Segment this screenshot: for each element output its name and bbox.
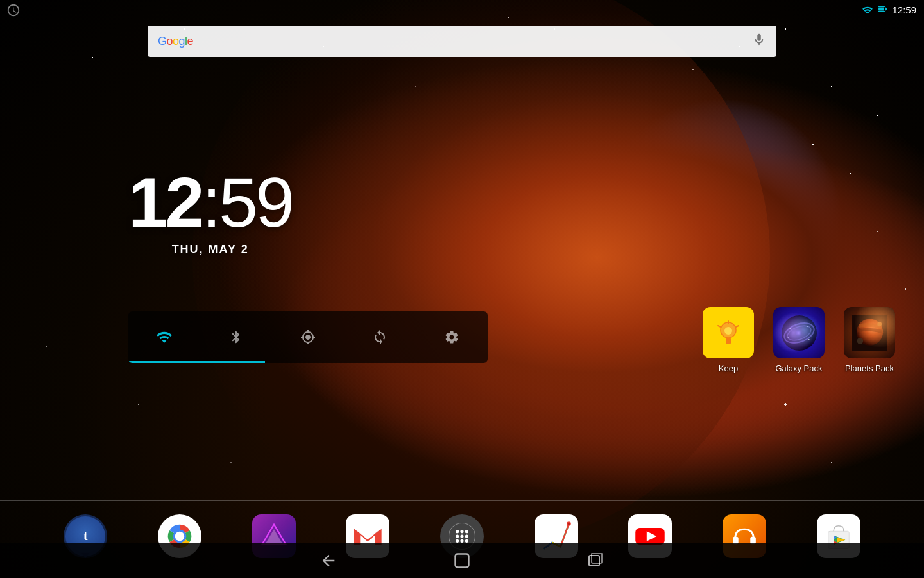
homescreen-apps: Keep Galaxy Pack xyxy=(699,307,898,373)
clock-widget: 12:59 THU, MAY 2 xyxy=(128,167,292,256)
svg-point-42 xyxy=(567,522,570,525)
nav-back-button[interactable] xyxy=(320,552,338,570)
svg-rect-55 xyxy=(456,554,469,567)
svg-point-13 xyxy=(789,328,791,329)
svg-point-33 xyxy=(465,530,468,533)
svg-rect-4 xyxy=(726,338,731,344)
svg-point-38 xyxy=(460,539,463,542)
svg-rect-1 xyxy=(886,8,887,10)
svg-rect-2 xyxy=(879,7,884,10)
svg-point-11 xyxy=(785,322,813,342)
svg-point-20 xyxy=(857,338,863,344)
svg-line-6 xyxy=(718,326,721,327)
galaxy-pack-icon xyxy=(773,307,825,358)
nav-recents-button[interactable] xyxy=(586,553,604,568)
svg-point-15 xyxy=(787,337,788,337)
battery-status-icon xyxy=(878,5,887,15)
svg-point-34 xyxy=(456,534,459,538)
app-planets-pack[interactable]: Planets Pack xyxy=(841,307,898,373)
nav-bar xyxy=(0,543,924,578)
keep-icon xyxy=(703,307,754,358)
qs-sync-button[interactable] xyxy=(364,321,396,353)
svg-line-7 xyxy=(736,326,739,327)
planets-pack-icon xyxy=(844,307,895,358)
app-keep[interactable]: Keep xyxy=(699,307,757,373)
notification-area xyxy=(6,3,21,21)
qs-wifi-button[interactable] xyxy=(148,321,180,353)
svg-rect-57 xyxy=(592,553,602,563)
qs-gps-button[interactable] xyxy=(292,321,324,353)
svg-point-39 xyxy=(465,539,468,542)
status-time: 12:59 xyxy=(892,4,916,15)
galaxy-pack-label: Galaxy Pack xyxy=(776,363,823,373)
svg-point-14 xyxy=(806,326,807,327)
mic-button[interactable] xyxy=(752,33,766,50)
qs-bluetooth-button[interactable] xyxy=(220,321,252,353)
status-bar: 12:59 xyxy=(796,0,924,19)
svg-point-24 xyxy=(175,531,185,541)
svg-point-16 xyxy=(808,338,809,340)
svg-point-37 xyxy=(456,539,459,542)
search-bar[interactable]: Google xyxy=(148,26,776,57)
quick-settings-panel xyxy=(128,311,488,363)
svg-point-12 xyxy=(796,329,803,337)
app-galaxy-pack[interactable]: Galaxy Pack xyxy=(770,307,828,373)
planets-pack-label: Planets Pack xyxy=(845,363,894,373)
svg-point-19 xyxy=(877,322,882,326)
svg-point-18 xyxy=(856,319,882,345)
svg-marker-27 xyxy=(266,529,282,543)
svg-point-9 xyxy=(782,315,817,351)
clock-time: 12:59 xyxy=(128,167,292,238)
svg-rect-17 xyxy=(852,315,887,351)
search-input[interactable] xyxy=(193,35,752,47)
svg-point-32 xyxy=(460,530,463,533)
clock-separator: : xyxy=(201,162,219,241)
qs-settings-button[interactable] xyxy=(436,321,468,353)
svg-point-35 xyxy=(460,534,463,538)
svg-point-31 xyxy=(456,530,459,533)
dock-divider xyxy=(0,500,924,501)
svg-point-10 xyxy=(782,319,817,346)
clock-date: THU, MAY 2 xyxy=(128,243,292,256)
google-logo: Google xyxy=(158,35,193,48)
svg-point-36 xyxy=(465,534,468,538)
wifi-status-icon xyxy=(862,5,873,15)
keep-label: Keep xyxy=(719,363,738,373)
clock-minutes: 59 xyxy=(219,162,292,241)
svg-point-8 xyxy=(724,327,732,335)
nav-home-button[interactable] xyxy=(453,552,471,570)
svg-rect-56 xyxy=(589,556,599,566)
clock-hour: 12 xyxy=(128,162,201,241)
